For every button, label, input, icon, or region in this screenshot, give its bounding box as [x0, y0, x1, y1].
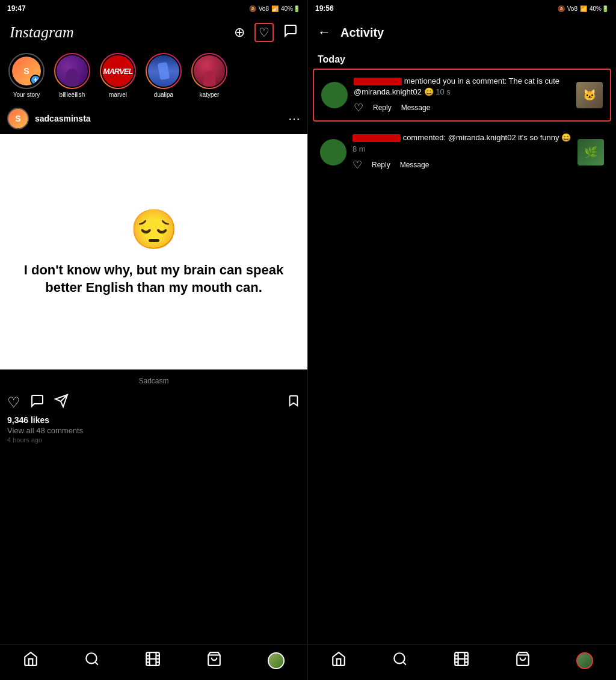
marvel-text: MARVEL: [103, 67, 133, 76]
post-source-row: Sadcasm: [0, 369, 307, 388]
status-icons-left: 🔕 Vo8 📶 40%🔋: [249, 5, 300, 12]
notification-1[interactable]: mentioned you in a comment: The cat is c…: [313, 69, 611, 122]
comment-icon[interactable]: [30, 394, 45, 412]
story-billieeilish[interactable]: billieeilish: [53, 53, 91, 98]
action-icons-row: ♡: [7, 394, 300, 412]
svg-point-13: [394, 653, 404, 663]
notif-thumb-1: 🐱: [576, 82, 603, 108]
notif-message-1[interactable]: Message: [401, 104, 431, 112]
likes-count: 9,346 likes: [7, 415, 300, 425]
notif-like-2[interactable]: ♡: [353, 158, 362, 172]
bottom-nav-right: [308, 644, 616, 680]
nav-home-right[interactable]: [331, 651, 346, 670]
story-label-katy: katyper: [200, 91, 220, 98]
status-bar-left: 19:47 🔕 Vo8 📶 40%🔋: [0, 0, 307, 17]
nav-home-left[interactable]: [23, 651, 38, 670]
post-actions: ♡ 9,346 likes View: [0, 388, 307, 446]
notif-text-1: mentioned you in a comment: The cat is c…: [354, 76, 570, 97]
notif-text-2: commented: @miranda.knight02 it's so fun…: [353, 132, 571, 154]
story-avatar-wrap-katy: [191, 53, 227, 89]
story-label-dualipa: dualipa: [154, 91, 173, 98]
action-icons-left: ♡: [7, 394, 69, 412]
notif-reply-1[interactable]: Reply: [373, 104, 392, 112]
content-spacer-left: [0, 446, 307, 645]
notif-thumb-img-2: 🌿: [578, 139, 604, 165]
nav-profile-left[interactable]: [268, 652, 285, 669]
nav-reels-left[interactable]: [145, 651, 161, 670]
notif-actions-2: ♡ Reply Message: [353, 158, 571, 172]
nav-profile-right[interactable]: [576, 652, 593, 669]
back-button[interactable]: ←: [318, 25, 331, 40]
like-icon[interactable]: ♡: [7, 394, 20, 411]
notif-thumb-2: 🌿: [578, 139, 604, 165]
story-label-yours: Your story: [13, 91, 40, 98]
post-source: Sadcasm: [7, 377, 300, 385]
notif-reply-2[interactable]: Reply: [372, 161, 390, 169]
nav-search-left[interactable]: [84, 651, 100, 670]
notif-user-redacted-2: [353, 134, 401, 142]
story-avatar-marvel: MARVEL: [101, 54, 135, 88]
battery-left: 40%🔋: [281, 5, 300, 12]
signal-left: Vo8: [259, 5, 269, 12]
time-ago: 4 hours ago: [7, 436, 300, 444]
story-katyperry[interactable]: katyper: [190, 53, 229, 98]
story-avatar-katy: [192, 54, 226, 88]
post-owner-row: S sadcasminsta ⋯: [0, 103, 307, 134]
right-panel: 19:56 🔕 Vo8 📶 40%🔋 ← Activity Today ment…: [308, 0, 616, 680]
activity-title: Activity: [340, 26, 384, 40]
post-owner-left: S sadcasminsta: [7, 108, 91, 129]
notif-avatar-1: [321, 82, 348, 108]
add-post-icon[interactable]: ⊕: [234, 25, 245, 40]
notif-actions-1: ♡ Reply Message: [354, 101, 570, 114]
activity-header: ← Activity: [308, 17, 616, 48]
story-label-billie: billieeilish: [60, 91, 85, 98]
notif-text-wrap-2: commented: @miranda.knight02 it's so fun…: [353, 132, 571, 171]
bottom-nav-left: [0, 644, 307, 680]
story-dualipa[interactable]: dualipa: [144, 53, 183, 98]
svg-line-3: [95, 662, 98, 665]
story-avatar-wrap-yours: S +: [8, 53, 45, 89]
story-avatar-wrap-marvel: MARVEL: [100, 53, 136, 89]
notif-time-1: 10 s: [436, 87, 451, 96]
nav-shop-right[interactable]: [515, 651, 531, 670]
notif-time-2: 8 m: [353, 144, 366, 153]
messenger-icon[interactable]: [283, 23, 298, 42]
signal-bars-right: 📶: [580, 5, 587, 12]
time-left: 19:47: [7, 4, 26, 13]
notif-text-wrap-1: mentioned you in a comment: The cat is c…: [354, 76, 570, 114]
story-avatar-wrap-dualipa: [146, 53, 182, 89]
story-avatar-dualipa: [147, 54, 180, 88]
content-spacer-right: [308, 182, 616, 644]
notif-avatar-2: [320, 139, 346, 165]
bookmark-icon[interactable]: [287, 394, 300, 411]
status-bar-right: 19:56 🔕 Vo8 📶 40%🔋: [308, 0, 616, 17]
story-label-marvel: marvel: [109, 91, 127, 98]
post-content: 😔 I don't know why, but my brain can spe…: [0, 134, 307, 369]
notif-user-redacted-1: [354, 78, 402, 85]
post-emoji: 😔: [130, 207, 178, 252]
instagram-logo: Instagram: [10, 23, 74, 42]
activity-heart-icon[interactable]: ♡: [254, 23, 274, 42]
post-more-icon[interactable]: ⋯: [288, 111, 300, 126]
post-owner-avatar[interactable]: S: [7, 108, 29, 129]
battery-icon-left: 🔕: [249, 5, 256, 12]
status-icons-right: 🔕 Vo8 📶 40%🔋: [558, 5, 609, 12]
story-your-story[interactable]: S + Your story: [7, 53, 46, 98]
share-icon[interactable]: [54, 394, 69, 412]
add-story-badge: +: [30, 75, 41, 85]
left-panel: 19:47 🔕 Vo8 📶 40%🔋 Instagram ⊕ ♡ S: [0, 0, 308, 680]
notification-2[interactable]: commented: @miranda.knight02 it's so fun…: [313, 126, 611, 177]
view-comments[interactable]: View all 48 comments: [7, 426, 300, 435]
story-marvel[interactable]: MARVEL marvel: [99, 53, 137, 98]
story-avatar-billie: [55, 54, 89, 88]
nav-reels-right[interactable]: [454, 651, 469, 670]
nav-shop-left[interactable]: [206, 651, 222, 670]
nav-search-right[interactable]: [392, 651, 408, 670]
stories-row: S + Your story billieeilish MARVEL: [0, 48, 307, 103]
instagram-header: Instagram ⊕ ♡: [0, 17, 307, 48]
post-owner-name: sadcasminsta: [35, 114, 91, 123]
notif-like-1[interactable]: ♡: [354, 101, 363, 114]
notif-message-2[interactable]: Message: [400, 161, 430, 169]
notif-thumb-img-1: 🐱: [576, 82, 603, 108]
svg-point-2: [86, 653, 96, 663]
